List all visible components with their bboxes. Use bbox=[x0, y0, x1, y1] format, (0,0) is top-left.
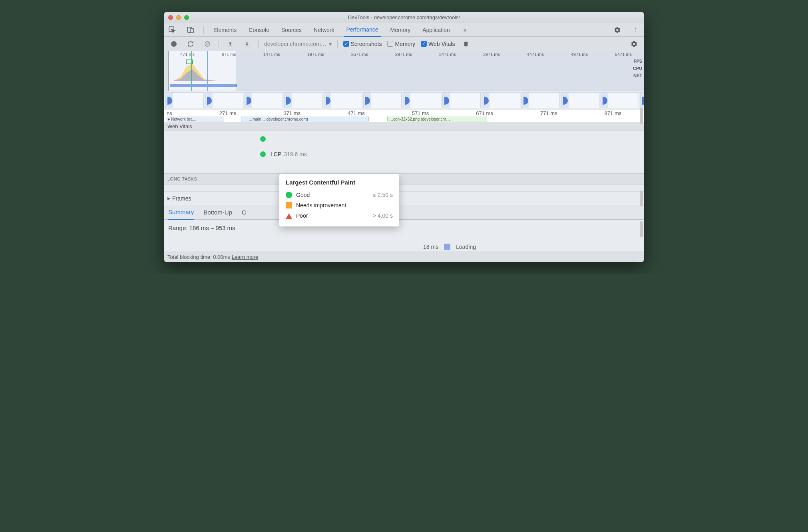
net-label: NET bbox=[633, 72, 642, 79]
good-label: Good bbox=[296, 192, 373, 198]
screenshot-thumb[interactable] bbox=[442, 92, 481, 108]
screenshot-thumb[interactable] bbox=[284, 92, 322, 108]
checkbox-checked-icon: ✓ bbox=[421, 41, 427, 47]
network-request-bar[interactable]: …con-32x32.png (developer.chr… bbox=[387, 117, 487, 121]
screenshot-thumb[interactable] bbox=[205, 92, 243, 108]
webvitals-lane-fcp[interactable] bbox=[164, 131, 644, 147]
garbage-collect-button[interactable] bbox=[460, 38, 472, 50]
screenshot-thumb[interactable] bbox=[561, 92, 599, 108]
tick: 1971 ms bbox=[307, 52, 324, 57]
screenshot-thumb[interactable] bbox=[363, 92, 402, 108]
screenshots-checkbox[interactable]: ✓ Screenshots bbox=[343, 41, 382, 47]
capture-settings-icon[interactable] bbox=[629, 38, 640, 50]
svg-rect-6 bbox=[245, 46, 249, 46]
screenshot-filmstrip[interactable] bbox=[164, 91, 644, 109]
fcp-marker-dot[interactable] bbox=[260, 136, 266, 142]
device-toggle-icon[interactable] bbox=[185, 24, 196, 36]
screenshot-thumb[interactable] bbox=[403, 92, 441, 108]
scrollbar-thumb[interactable] bbox=[640, 191, 643, 206]
status-bar: Total blocking time: 0.00ms Learn more bbox=[164, 252, 644, 262]
overview-row-labels: FPS CPU NET bbox=[633, 58, 642, 79]
devtools-window: DevTools - developer.chrome.com/tags/dev… bbox=[164, 12, 644, 262]
long-tasks-header[interactable]: LONG TASKS bbox=[164, 173, 644, 185]
tick: 671 ms bbox=[476, 110, 493, 116]
tab-elements[interactable]: Elements bbox=[211, 23, 239, 37]
svg-rect-2 bbox=[190, 28, 193, 33]
chevron-down-icon: ▾ bbox=[329, 41, 332, 47]
tick: ns bbox=[167, 110, 172, 116]
profile-selector-label: developer.chrome.com… bbox=[264, 41, 326, 47]
tab-summary[interactable]: Summary bbox=[168, 205, 194, 220]
overview-ticks: 471 ms 971 ms 1471 ms 1971 ms 2571 ms 29… bbox=[164, 51, 644, 57]
divider bbox=[203, 26, 204, 34]
tab-bottom-up[interactable]: Bottom-Up bbox=[203, 209, 232, 216]
flame-chart-header[interactable]: ns 271 ms 371 ms 471 ms 571 ms 671 ms 77… bbox=[164, 109, 644, 122]
network-request-bar[interactable]: Network bra… bbox=[167, 117, 224, 121]
divider bbox=[337, 40, 338, 48]
divider bbox=[219, 40, 219, 48]
tab-network[interactable]: Network bbox=[311, 23, 336, 37]
tooltip-row-poor: Poor > 4.00 s bbox=[286, 210, 393, 221]
tick: 371 ms bbox=[283, 110, 301, 116]
lcp-marker-dot[interactable] bbox=[260, 151, 266, 157]
memory-checkbox[interactable]: Memory bbox=[387, 41, 415, 47]
cpu-label: CPU bbox=[633, 65, 642, 72]
learn-more-link[interactable]: Learn more bbox=[232, 254, 258, 260]
tooltip-row-good: Good ≤ 2.50 s bbox=[286, 190, 393, 200]
tab-performance[interactable]: Performance bbox=[344, 23, 380, 37]
webvitals-checkbox[interactable]: ✓ Web Vitals bbox=[421, 41, 455, 47]
frames-label: Frames bbox=[172, 195, 191, 202]
screenshot-thumb[interactable] bbox=[640, 92, 644, 108]
screenshots-label: Screenshots bbox=[351, 41, 382, 47]
tick: 2571 ms bbox=[351, 52, 368, 57]
clear-button[interactable] bbox=[202, 38, 213, 50]
frames-section[interactable]: Frames bbox=[164, 192, 644, 205]
svg-line-4 bbox=[206, 42, 209, 46]
summary-loading-row: 18 ms Loading bbox=[423, 244, 476, 250]
tick: 771 ms bbox=[540, 110, 557, 116]
reload-button[interactable] bbox=[185, 38, 196, 50]
tick: 3471 ms bbox=[439, 52, 456, 57]
summary-panel: Range: 186 ms – 953 ms 18 ms Loading bbox=[164, 220, 644, 252]
settings-icon[interactable] bbox=[612, 24, 623, 36]
webvitals-lane-lcp[interactable]: LCP 319.6 ms bbox=[164, 147, 644, 161]
inspect-icon[interactable] bbox=[167, 24, 178, 36]
performance-toolbar: developer.chrome.com… ▾ ✓ Screenshots Me… bbox=[164, 37, 644, 51]
screenshot-thumb[interactable] bbox=[482, 92, 520, 108]
download-profile-button[interactable] bbox=[241, 38, 253, 50]
screenshot-thumb[interactable] bbox=[245, 92, 283, 108]
screenshot-thumb[interactable] bbox=[521, 92, 560, 108]
tooltip-title: Largest Contentful Paint bbox=[286, 179, 393, 186]
svg-rect-7 bbox=[466, 42, 467, 42]
screenshot-thumb[interactable] bbox=[165, 92, 204, 108]
scrollbar-thumb[interactable] bbox=[640, 108, 643, 124]
profile-selector[interactable]: developer.chrome.com… ▾ bbox=[264, 41, 332, 47]
range-text: Range: 186 ms – 953 ms bbox=[168, 224, 640, 231]
screenshot-thumb[interactable] bbox=[324, 92, 362, 108]
tick: 271 ms bbox=[219, 110, 237, 116]
tab-console[interactable]: Console bbox=[246, 23, 271, 37]
tab-call-tree[interactable]: C bbox=[242, 209, 246, 216]
webvitals-section-header[interactable]: Web Vitals bbox=[164, 122, 644, 131]
window-title: DevTools - developer.chrome.com/tags/dev… bbox=[164, 14, 644, 20]
overview-selection[interactable] bbox=[168, 51, 236, 91]
memory-label: Memory bbox=[395, 41, 415, 47]
panel-tabs: Elements Console Sources Network Perform… bbox=[164, 23, 644, 37]
upload-profile-button[interactable] bbox=[225, 38, 236, 50]
tick: 871 ms bbox=[605, 110, 622, 116]
network-request-bar[interactable]: …main… developer.chrome.com) bbox=[241, 117, 369, 121]
tick: 2971 ms bbox=[395, 52, 412, 57]
tick: 5471 ms bbox=[615, 52, 632, 57]
tab-application[interactable]: Application bbox=[420, 23, 452, 37]
record-button[interactable] bbox=[168, 38, 179, 50]
screenshot-thumb[interactable] bbox=[601, 92, 639, 108]
more-tabs-icon[interactable]: » bbox=[460, 24, 471, 36]
kebab-menu-icon[interactable]: ⋮ bbox=[630, 24, 641, 36]
webvitals-lane-empty bbox=[164, 161, 644, 173]
tab-memory[interactable]: Memory bbox=[388, 23, 413, 37]
overview-minimap[interactable]: 471 ms 971 ms 1471 ms 1971 ms 2571 ms 29… bbox=[164, 51, 644, 91]
tab-sources[interactable]: Sources bbox=[279, 23, 304, 37]
fps-label: FPS bbox=[633, 58, 642, 65]
scrollbar-thumb[interactable] bbox=[640, 221, 643, 237]
lcp-value: 319.6 ms bbox=[284, 151, 307, 157]
